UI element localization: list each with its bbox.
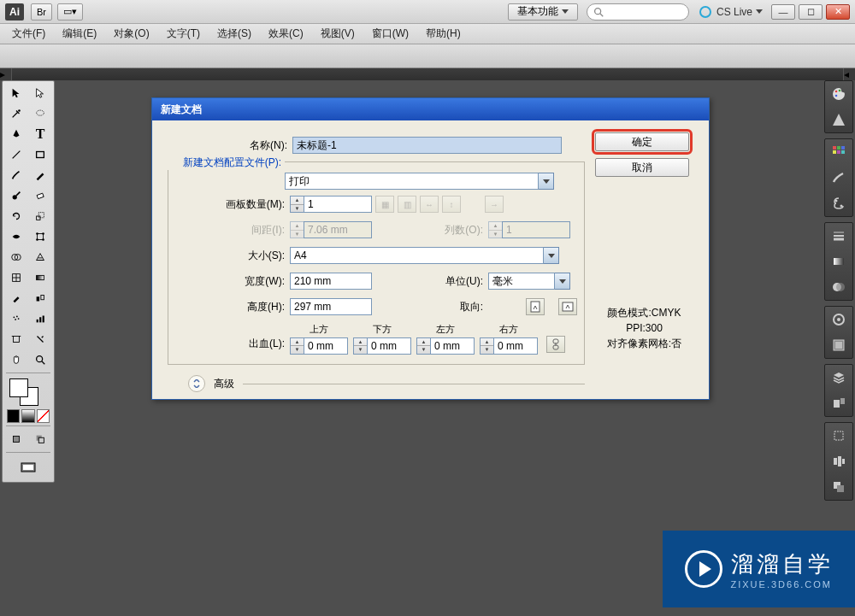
bleed-bottom-input[interactable] bbox=[367, 337, 411, 355]
workspace-dropdown[interactable]: 基本功能 bbox=[508, 3, 578, 21]
toolbox: T bbox=[2, 80, 55, 483]
tool-type[interactable]: T bbox=[28, 124, 52, 144]
tool-scale[interactable] bbox=[28, 206, 52, 226]
svg-rect-10 bbox=[38, 234, 44, 240]
profile-dropdown-icon[interactable] bbox=[539, 173, 554, 190]
bleed-left-spinner[interactable]: ▲▼ bbox=[416, 337, 430, 355]
menu-object[interactable]: 对象(O) bbox=[105, 25, 157, 44]
svg-rect-45 bbox=[841, 146, 845, 150]
tool-shape-builder[interactable] bbox=[4, 247, 28, 267]
panel-brushes-icon[interactable] bbox=[829, 168, 848, 187]
panel-align-icon[interactable] bbox=[829, 452, 848, 471]
bleed-link-icon[interactable] bbox=[546, 336, 565, 353]
maximize-button[interactable]: ◻ bbox=[799, 4, 823, 20]
panel-transform-icon[interactable] bbox=[829, 426, 848, 445]
tool-eraser[interactable] bbox=[28, 185, 52, 206]
tool-artboard[interactable] bbox=[4, 329, 28, 349]
tool-draw-behind[interactable] bbox=[28, 429, 52, 449]
search-input[interactable] bbox=[587, 3, 689, 21]
tool-blend[interactable] bbox=[28, 288, 52, 308]
menu-type[interactable]: 文字(T) bbox=[158, 25, 209, 44]
artboards-input[interactable] bbox=[304, 196, 372, 213]
panel-stroke-icon[interactable] bbox=[829, 226, 848, 245]
panel-gradient-icon[interactable] bbox=[829, 252, 848, 271]
bleed-left-input[interactable] bbox=[430, 337, 475, 355]
tool-magic-wand[interactable] bbox=[4, 103, 28, 124]
tool-lasso[interactable] bbox=[28, 103, 52, 124]
menu-effect[interactable]: 效果(C) bbox=[260, 25, 312, 44]
unit-dropdown-icon[interactable] bbox=[555, 273, 570, 290]
tool-draw-normal[interactable] bbox=[4, 429, 28, 449]
ok-button[interactable]: 确定 bbox=[595, 132, 689, 151]
bleed-bottom-spinner[interactable]: ▲▼ bbox=[353, 337, 367, 355]
unit-select[interactable] bbox=[488, 273, 555, 290]
name-input[interactable] bbox=[292, 137, 562, 154]
tool-slice[interactable] bbox=[28, 329, 52, 349]
tool-hand[interactable] bbox=[4, 349, 28, 370]
bleed-top-spinner[interactable]: ▲▼ bbox=[290, 337, 304, 355]
right-dock-toggle[interactable]: ◂ bbox=[843, 68, 855, 80]
tool-paintbrush[interactable] bbox=[4, 165, 28, 185]
tool-free-transform[interactable] bbox=[28, 226, 52, 247]
panel-appearance-icon[interactable] bbox=[829, 310, 848, 329]
right-dock bbox=[824, 80, 853, 501]
menu-help[interactable]: 帮助(H) bbox=[417, 25, 469, 44]
tool-zoom[interactable] bbox=[28, 349, 52, 370]
advanced-expand[interactable] bbox=[188, 375, 205, 392]
close-button[interactable]: ✕ bbox=[826, 4, 850, 20]
tool-rectangle[interactable] bbox=[28, 144, 52, 165]
panel-color-icon[interactable] bbox=[829, 85, 848, 103]
tool-direct-select[interactable] bbox=[28, 83, 52, 103]
tool-blob[interactable] bbox=[4, 185, 28, 206]
panel-pathfinder-icon[interactable] bbox=[829, 478, 848, 496]
tool-perspective[interactable] bbox=[28, 247, 52, 267]
cancel-button[interactable]: 取消 bbox=[595, 158, 689, 177]
size-dropdown-icon[interactable] bbox=[544, 247, 559, 264]
fill-mode-row[interactable] bbox=[6, 409, 50, 423]
artboards-spinner[interactable]: ▲▼ bbox=[290, 196, 304, 213]
minimize-button[interactable]: — bbox=[771, 4, 795, 20]
menu-view[interactable]: 视图(V) bbox=[312, 25, 363, 44]
menu-select[interactable]: 选择(S) bbox=[209, 25, 260, 44]
size-select[interactable] bbox=[290, 247, 544, 264]
tool-rotate[interactable] bbox=[4, 206, 28, 226]
spacing-label: 间距(I): bbox=[175, 223, 285, 238]
bleed-right-input[interactable] bbox=[493, 337, 538, 355]
tool-symbol-spray[interactable] bbox=[4, 308, 28, 329]
tool-eyedropper[interactable] bbox=[4, 288, 28, 308]
tool-selection[interactable] bbox=[4, 83, 28, 103]
orient-landscape[interactable] bbox=[558, 298, 577, 315]
panel-graphic-styles-icon[interactable] bbox=[829, 336, 848, 355]
bridge-button[interactable]: Br bbox=[31, 3, 52, 21]
width-input[interactable] bbox=[290, 273, 372, 290]
profile-select[interactable] bbox=[285, 173, 539, 190]
color-swatches[interactable] bbox=[6, 377, 50, 406]
bleed-right-spinner[interactable]: ▲▼ bbox=[480, 337, 493, 355]
panel-symbols-icon[interactable] bbox=[829, 194, 848, 213]
panel-artboards-icon[interactable] bbox=[829, 394, 848, 413]
tool-gradient[interactable] bbox=[28, 267, 52, 288]
menu-edit[interactable]: 编辑(E) bbox=[54, 25, 105, 44]
left-dock-toggle[interactable]: ▸ bbox=[0, 68, 12, 80]
bleed-top-input[interactable] bbox=[304, 337, 348, 355]
cslive-button[interactable]: CS Live bbox=[699, 6, 763, 18]
tool-mesh[interactable] bbox=[4, 267, 28, 288]
svg-rect-44 bbox=[837, 146, 840, 150]
tool-pencil[interactable] bbox=[28, 165, 52, 185]
cols-spinner: ▲▼ bbox=[488, 221, 502, 238]
screen-mode[interactable] bbox=[4, 456, 52, 480]
tool-pen[interactable] bbox=[4, 124, 28, 144]
tool-graph[interactable] bbox=[28, 308, 52, 329]
panel-swatches-icon[interactable] bbox=[829, 143, 848, 161]
orient-portrait[interactable] bbox=[526, 298, 545, 315]
panel-layers-icon[interactable] bbox=[829, 368, 848, 387]
panel-transparency-icon[interactable] bbox=[829, 278, 848, 296]
height-input[interactable] bbox=[290, 298, 372, 315]
tool-line[interactable] bbox=[4, 144, 28, 165]
panel-colorguide-icon[interactable] bbox=[829, 110, 848, 129]
arrange-button[interactable]: ▭▾ bbox=[57, 3, 83, 21]
tool-width[interactable] bbox=[4, 226, 28, 247]
menu-file[interactable]: 文件(F) bbox=[3, 25, 54, 44]
menu-window[interactable]: 窗口(W) bbox=[363, 25, 417, 44]
svg-rect-63 bbox=[834, 431, 843, 440]
